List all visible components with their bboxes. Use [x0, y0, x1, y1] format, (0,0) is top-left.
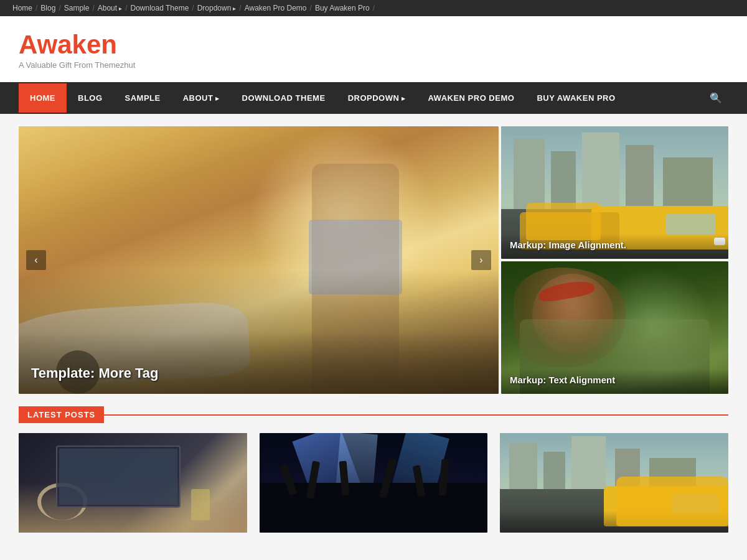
- site-header: Awaken A Valuable Gift From Themezhut: [0, 16, 747, 82]
- side-panel-girl[interactable]: Markup: Text Alignment: [501, 261, 728, 394]
- top-bar: Home / Blog / Sample / About / Download …: [0, 0, 747, 16]
- nav-home[interactable]: HOME: [19, 83, 67, 113]
- nav-about[interactable]: ABOUT: [172, 83, 231, 113]
- topbar-download-theme[interactable]: Download Theme: [130, 4, 189, 12]
- nav-blog[interactable]: BLOG: [67, 83, 114, 113]
- section-header: LATEST POSTS: [19, 406, 728, 423]
- site-title[interactable]: Awaken: [19, 32, 728, 58]
- nav-sample[interactable]: SAMPLE: [114, 83, 172, 113]
- slide-background: [19, 126, 499, 394]
- section-divider: [104, 414, 728, 416]
- side-panel-city[interactable]: Markup: Image Alignment.: [501, 126, 728, 259]
- side-panel-girl-caption: Markup: Text Alignment: [510, 375, 615, 385]
- nav-buy-awaken-pro[interactable]: BUY AWAKEN PRO: [525, 83, 626, 113]
- hero-section: ‹ › Template: More Tag: [19, 126, 728, 394]
- side-panels: Markup: Image Alignment.: [501, 126, 728, 394]
- latest-posts-badge: LATEST POSTS: [19, 406, 104, 423]
- main-slider: ‹ › Template: More Tag: [19, 126, 499, 394]
- post-card-3[interactable]: [500, 433, 728, 533]
- nav-download-theme[interactable]: DOWNLOAD THEME: [231, 83, 337, 113]
- slide-caption: Template: More Tag: [31, 365, 159, 381]
- post-card-2[interactable]: [260, 433, 488, 533]
- side-panel-city-caption: Markup: Image Alignment.: [510, 240, 626, 250]
- topbar-buy-awaken-pro[interactable]: Buy Awaken Pro: [315, 4, 370, 12]
- slider-prev-button[interactable]: ‹: [26, 250, 46, 270]
- topbar-blog[interactable]: Blog: [40, 4, 55, 12]
- topbar-sample[interactable]: Sample: [64, 4, 90, 12]
- nav-dropdown[interactable]: DROPDOWN: [337, 83, 417, 113]
- slider-next-button[interactable]: ›: [471, 250, 491, 270]
- latest-section: LATEST POSTS: [19, 406, 728, 533]
- nav-awaken-pro-demo[interactable]: AWAKEN PRO DEMO: [416, 83, 525, 113]
- topbar-awaken-pro-demo[interactable]: Awaken Pro Demo: [245, 4, 307, 12]
- post-card-1[interactable]: [19, 433, 247, 533]
- search-icon[interactable]: 🔍: [703, 82, 728, 114]
- main-nav: HOME BLOG SAMPLE ABOUT DOWNLOAD THEME DR…: [0, 82, 747, 114]
- post-thumb-1: [19, 433, 247, 533]
- post-thumb-2: [260, 433, 488, 533]
- topbar-about[interactable]: About: [98, 4, 122, 12]
- posts-grid: [19, 433, 728, 533]
- site-tagline: A Valuable Gift From Themezhut: [19, 60, 728, 70]
- post-thumb-3: [500, 433, 728, 533]
- topbar-dropdown[interactable]: Dropdown: [197, 4, 237, 12]
- topbar-home[interactable]: Home: [12, 4, 32, 12]
